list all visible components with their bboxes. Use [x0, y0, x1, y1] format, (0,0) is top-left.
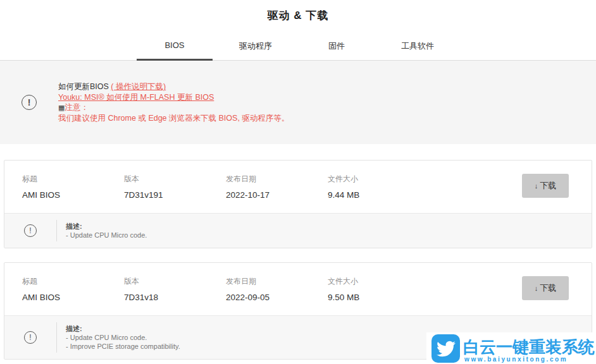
tab-bios[interactable]: BIOS [134, 40, 215, 60]
column-header-size: 文件大小 [328, 174, 430, 185]
card-2-version-col: 版本 7D31v18 [124, 276, 226, 315]
card-1-main-row: 标题 AMI BIOS 版本 7D31v191 发布日期 2022-10-17 … [4, 161, 592, 213]
card-2-date-col: 发布日期 2022-09-05 [226, 276, 328, 315]
exclamation-circle-icon: ! [22, 95, 37, 110]
exclamation-circle-icon: ! [24, 224, 37, 237]
exclamation-circle-icon: ! [24, 331, 37, 344]
note-label: 注意： [65, 103, 89, 112]
card-1-description-row: ! 描述: - Update CPU Micro code. [4, 213, 592, 248]
column-header-date: 发布日期 [226, 276, 328, 287]
card-2-main-row: 标题 AMI BIOS 版本 7D31v18 发布日期 2022-09-05 文… [4, 263, 592, 315]
manual-download-link[interactable]: ( 操作说明下载) [111, 82, 166, 91]
youku-mflash-link[interactable]: Youku: MSI® 如何使用 M-FLASH 更新 BIOS [58, 93, 214, 102]
card-1-version-col: 版本 7D31v191 [124, 174, 226, 213]
tab-utility[interactable]: 工具软件 [377, 40, 458, 60]
card-2-title-value: AMI BIOS [22, 293, 124, 302]
card-2-title-col: 标题 AMI BIOS [22, 276, 124, 315]
tab-firmware[interactable]: 固件 [296, 40, 377, 60]
card-2-version-value: 7D31v18 [124, 293, 226, 302]
column-header-version: 版本 [124, 174, 226, 185]
column-header-title: 标题 [22, 174, 124, 185]
column-header-version: 版本 [124, 276, 226, 287]
card-1-version-value: 7D31v191 [124, 190, 226, 200]
notice-text: 如何更新BIOS ( 操作说明下载) Youku: MSI® 如何使用 M-FL… [58, 82, 289, 123]
bios-update-notice: ! 如何更新BIOS ( 操作说明下载) Youku: MSI® 如何使用 M-… [0, 61, 596, 144]
page-title: 驱动 & 下载 [0, 0, 596, 23]
card-1-title-value: AMI BIOS [22, 190, 124, 200]
notice-line1-prefix: 如何更新BIOS [58, 82, 111, 91]
card-2-size-col: 文件大小 9.50 MB [328, 276, 430, 315]
download-arrow-icon: ↓ [535, 182, 538, 190]
card-2-desc-line-2: - Improve PCIE storage compatibility. [66, 342, 180, 351]
notice-icon-column: ! [0, 95, 58, 110]
site-watermark: 白云一键重装系统 www.baiyunxitong.com [426, 332, 596, 364]
tab-drivers[interactable]: 驱动程序 [215, 40, 296, 60]
card-2-desc-line-1: - Update CPU Micro code. [66, 333, 180, 342]
tab-bar: BIOS 驱动程序 固件 工具软件 [0, 40, 596, 61]
card-2-desc-icon-column: ! [4, 331, 56, 344]
bios-download-card-1: 标题 AMI BIOS 版本 7D31v191 发布日期 2022-10-17 … [4, 160, 592, 248]
card-1-desc-icon-column: ! [4, 224, 56, 237]
notice-line-4: 我们建议使用 Chrome 或 Edge 浏览器来下载 BIOS, 驱动程序等。 [58, 113, 289, 124]
download-button-2[interactable]: ↓下载 [522, 276, 569, 300]
card-2-date-value: 2022-09-05 [226, 293, 328, 302]
description-label: 描述: [66, 324, 180, 333]
download-arrow-icon: ↓ [535, 284, 538, 292]
card-1-size-value: 9.44 MB [328, 190, 430, 200]
card-1-title-col: 标题 AMI BIOS [22, 174, 124, 213]
notice-line-2: Youku: MSI® 如何使用 M-FLASH 更新 BIOS [58, 92, 289, 103]
card-1-description: 描述: - Update CPU Micro code. [56, 220, 147, 241]
card-1-date-value: 2022-10-17 [226, 190, 328, 200]
column-header-date: 发布日期 [226, 174, 328, 185]
note-square-icon: ▦ [58, 104, 65, 111]
column-header-size: 文件大小 [328, 276, 430, 287]
description-label: 描述: [66, 222, 147, 231]
download-button-label: 下载 [540, 282, 556, 294]
download-button-label: 下载 [540, 180, 556, 191]
card-1-size-col: 文件大小 9.44 MB [328, 174, 430, 213]
card-1-date-col: 发布日期 2022-10-17 [226, 174, 328, 213]
watermark-site-url: www.baiyunxitong.com [463, 356, 595, 363]
card-2-description: 描述: - Update CPU Micro code. - Improve P… [56, 322, 180, 353]
card-2-size-value: 9.50 MB [328, 293, 430, 302]
notice-line-3: ▦注意： [58, 102, 289, 113]
bird-logo-icon [431, 334, 460, 363]
watermark-site-name: 白云一键重装系统 [463, 338, 595, 356]
watermark-text: 白云一键重装系统 www.baiyunxitong.com [463, 338, 595, 363]
notice-line-1: 如何更新BIOS ( 操作说明下载) [58, 82, 289, 92]
download-button-1[interactable]: ↓下载 [522, 174, 569, 198]
column-header-title: 标题 [22, 276, 124, 287]
tab-list: BIOS 驱动程序 固件 工具软件 [134, 40, 596, 60]
card-1-desc-line-1: - Update CPU Micro code. [66, 231, 147, 240]
